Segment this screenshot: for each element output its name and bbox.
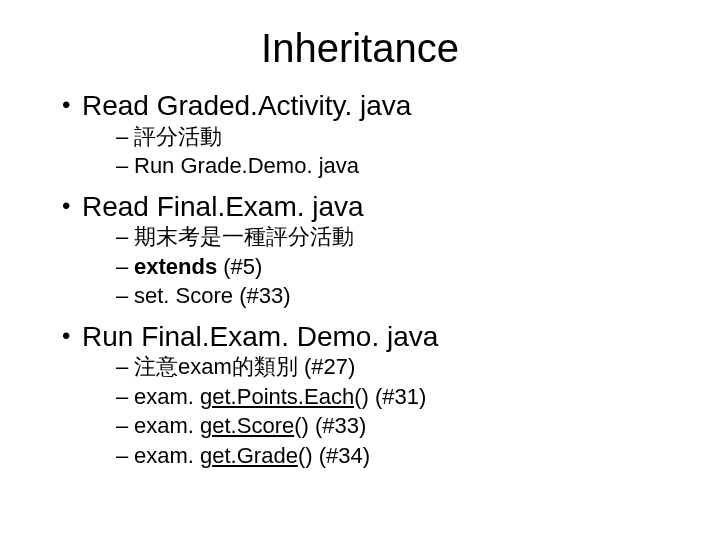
sub-text-under: get.Points.Each	[200, 384, 354, 409]
sub-list: 評分活動 Run Grade.Demo. java	[82, 123, 680, 182]
sub-list: 注意exam的類別 (#27) exam. get.Points.Each() …	[82, 353, 680, 471]
bullet-item: Read Graded.Activity. java 評分活動 Run Grad…	[62, 89, 680, 190]
sub-item: 期末考是一種評分活動	[116, 223, 680, 253]
sub-text: 期末考是一種評分活動	[134, 224, 354, 249]
sub-text: exam.	[134, 384, 200, 409]
sub-list: 期末考是一種評分活動 extends (#5) set. Score (#33)	[82, 223, 680, 312]
bullet-text: Read Graded.Activity. java	[82, 90, 411, 121]
sub-text: 注意exam的類別 (#27)	[134, 354, 355, 379]
sub-text: (#5)	[217, 254, 262, 279]
sub-item: exam. get.Grade() (#34)	[116, 442, 680, 472]
slide: Inheritance Read Graded.Activity. java 評…	[0, 0, 720, 540]
sub-text-bold: extends	[134, 254, 217, 279]
sub-item: 注意exam的類別 (#27)	[116, 353, 680, 383]
bullet-list: Read Graded.Activity. java 評分活動 Run Grad…	[40, 89, 680, 479]
sub-text-under: get.Score	[200, 413, 294, 438]
bullet-text: Read Final.Exam. java	[82, 191, 364, 222]
sub-text: () (#31)	[354, 384, 426, 409]
sub-item: set. Score (#33)	[116, 282, 680, 312]
sub-item: 評分活動	[116, 123, 680, 153]
sub-text: exam.	[134, 413, 200, 438]
sub-text: Run Grade.Demo. java	[134, 153, 359, 178]
sub-item: exam. get.Score() (#33)	[116, 412, 680, 442]
sub-text: exam.	[134, 443, 200, 468]
sub-item: Run Grade.Demo. java	[116, 152, 680, 182]
sub-text: () (#33)	[294, 413, 366, 438]
bullet-item: Run Final.Exam. Demo. java 注意exam的類別 (#2…	[62, 320, 680, 480]
slide-title: Inheritance	[40, 26, 680, 71]
sub-item: exam. get.Points.Each() (#31)	[116, 383, 680, 413]
sub-text: () (#34)	[298, 443, 370, 468]
bullet-text: Run Final.Exam. Demo. java	[82, 321, 438, 352]
sub-text: set. Score (#33)	[134, 283, 291, 308]
sub-text: 評分活動	[134, 124, 222, 149]
bullet-item: Read Final.Exam. java 期末考是一種評分活動 extends…	[62, 190, 680, 320]
sub-text-under: get.Grade	[200, 443, 298, 468]
sub-item: extends (#5)	[116, 253, 680, 283]
